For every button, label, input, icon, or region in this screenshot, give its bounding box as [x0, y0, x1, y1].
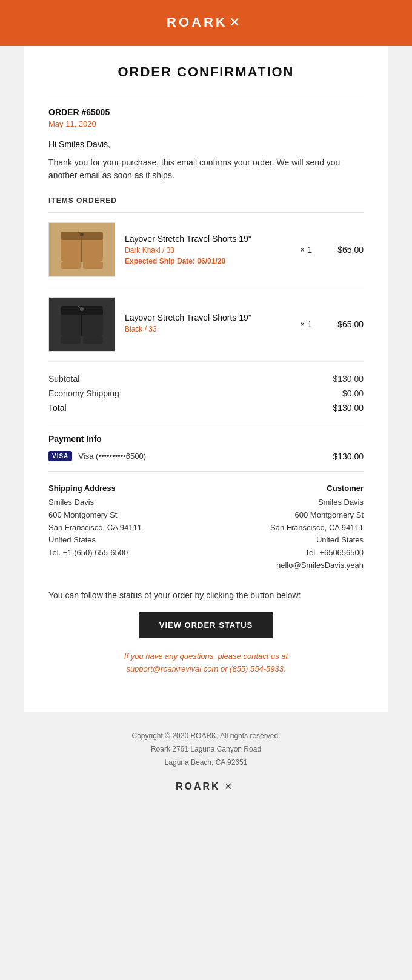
- payment-info-left: VISA Visa (••••••••••6500): [48, 451, 146, 461]
- shipping-country: United States: [48, 534, 200, 547]
- header-logo: ROARK ✕: [167, 11, 245, 35]
- footer-address1: Roark 2761 Laguna Canyon Road: [0, 743, 412, 756]
- visa-text: Visa (••••••••••6500): [78, 452, 146, 461]
- payment-section: Payment Info VISA Visa (••••••••••6500) …: [48, 424, 364, 461]
- greeting: Hi Smiles Davis,: [48, 139, 364, 149]
- support-line2: support@roarkrevival.com or (855) 554-59…: [126, 664, 285, 673]
- customer-email: hello@SmilesDavis.yeah: [212, 559, 364, 572]
- item-row-2: Layover Stretch Travel Shorts 19" Black …: [48, 287, 364, 362]
- svg-point-7: [80, 233, 84, 236]
- footer-address2: Laguna Beach, CA 92651: [0, 756, 412, 770]
- customer-name: Smiles Davis: [212, 496, 364, 509]
- item-qty-2: × 1: [291, 319, 321, 329]
- total-value: $130.00: [333, 403, 364, 413]
- item-price-1: $65.00: [321, 245, 364, 255]
- shipping-row: Economy Shipping $0.00: [48, 388, 364, 398]
- subtotal-row: Subtotal $130.00: [48, 374, 364, 384]
- item-name-1: Layover Stretch Travel Shorts 19": [125, 234, 291, 244]
- customer-country: United States: [212, 534, 364, 547]
- shipping-address-title: Shipping Address: [48, 484, 200, 493]
- email-wrapper: ROARK ✕ ORDER CONFIRMATION ORDER #65005 …: [0, 0, 412, 809]
- order-date: May 11, 2020: [48, 119, 364, 128]
- thank-you-text: Thank you for your purchase, this email …: [48, 156, 364, 182]
- subtotal-label: Subtotal: [48, 374, 79, 384]
- total-row: Total $130.00: [48, 403, 364, 413]
- item-variant-2: Black / 33: [125, 325, 291, 333]
- footer-copyright: Copyright © 2020 ROARK, All rights reser…: [0, 730, 412, 743]
- shipping-address-block: Shipping Address Smiles Davis 600 Montgo…: [48, 484, 200, 572]
- svg-text:✕: ✕: [224, 781, 232, 792]
- customer-tel: Tel. +650656500: [212, 547, 364, 559]
- support-line1: If you have any questions, please contac…: [124, 652, 288, 661]
- item-name-2: Layover Stretch Travel Shorts 19": [125, 313, 291, 322]
- footer-logo: ROARK ✕: [0, 778, 412, 797]
- payment-label: Payment Info: [48, 434, 364, 444]
- svg-rect-13: [83, 336, 103, 344]
- item-qty-1: × 1: [291, 245, 321, 255]
- svg-text:✕: ✕: [229, 15, 240, 30]
- items-section-label: ITEMS ORDERED: [48, 196, 364, 205]
- total-label: Total: [48, 403, 67, 413]
- footer: Copyright © 2020 ROARK, All rights reser…: [0, 712, 412, 809]
- svg-point-14: [80, 307, 84, 311]
- shipping-street: 600 Montgomery St: [48, 509, 200, 522]
- svg-rect-12: [61, 336, 81, 344]
- svg-rect-6: [83, 262, 103, 269]
- svg-text:ROARK: ROARK: [167, 15, 228, 30]
- main-content: ORDER CONFIRMATION ORDER #65005 May 11, …: [24, 46, 388, 712]
- shipping-name: Smiles Davis: [48, 496, 200, 509]
- svg-rect-5: [61, 262, 81, 269]
- item-image-2: [48, 297, 115, 352]
- item-image-1: [48, 222, 115, 277]
- view-order-button[interactable]: VIEW ORDER STATUS: [139, 612, 273, 638]
- item-ship-date-1: Expected Ship Date: 06/01/20: [125, 257, 291, 265]
- item-details-1: Layover Stretch Travel Shorts 19" Dark K…: [125, 234, 291, 265]
- item-row: Layover Stretch Travel Shorts 19" Dark K…: [48, 213, 364, 287]
- item-price-2: $65.00: [321, 319, 364, 329]
- customer-title: Customer: [212, 484, 364, 493]
- shipping-label: Economy Shipping: [48, 388, 119, 398]
- order-number: ORDER #65005: [48, 107, 364, 117]
- follow-section: You can follow the status of your order …: [48, 572, 364, 688]
- top-divider: [48, 95, 364, 95]
- shipping-value: $0.00: [342, 388, 364, 398]
- payment-row: VISA Visa (••••••••••6500) $130.00: [48, 451, 364, 461]
- addresses-section: Shipping Address Smiles Davis 600 Montgo…: [48, 471, 364, 572]
- page-title: ORDER CONFIRMATION: [48, 64, 364, 80]
- customer-address-block: Customer Smiles Davis 600 Montgomery St …: [212, 484, 364, 572]
- subtotal-value: $130.00: [333, 374, 364, 384]
- header: ROARK ✕: [0, 0, 412, 46]
- item-details-2: Layover Stretch Travel Shorts 19" Black …: [125, 313, 291, 336]
- payment-amount: $130.00: [333, 452, 364, 461]
- visa-badge: VISA: [48, 451, 72, 461]
- customer-street: 600 Montgomery St: [212, 509, 364, 522]
- item-variant-1: Dark Khaki / 33: [125, 246, 291, 255]
- follow-text: You can follow the status of your order …: [48, 590, 364, 600]
- customer-city: San Franscisco, CA 94111: [212, 522, 364, 535]
- totals-section: Subtotal $130.00 Economy Shipping $0.00 …: [48, 362, 364, 424]
- shipping-city: San Franscisco, CA 94111: [48, 522, 200, 535]
- svg-text:ROARK: ROARK: [176, 781, 221, 792]
- shipping-tel: Tel. +1 (650) 655-6500: [48, 547, 200, 559]
- support-text: If you have any questions, please contac…: [48, 650, 364, 676]
